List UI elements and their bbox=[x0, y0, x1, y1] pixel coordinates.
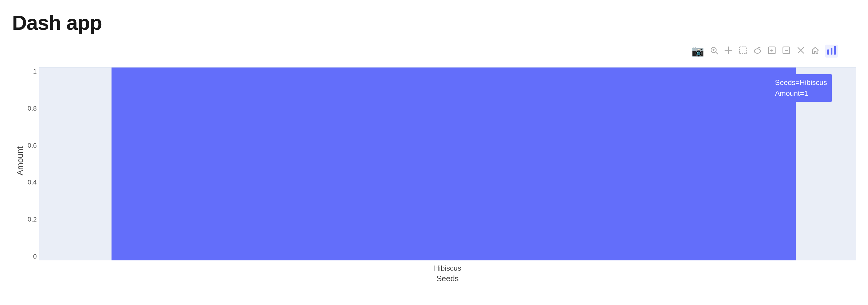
svg-rect-15 bbox=[827, 50, 829, 55]
svg-line-1 bbox=[716, 52, 718, 54]
svg-rect-6 bbox=[740, 47, 747, 54]
y-tick-0.8: 0.8 bbox=[24, 104, 39, 113]
zoom-icon[interactable] bbox=[710, 46, 718, 56]
svg-rect-17 bbox=[834, 46, 836, 54]
x-tick-hibiscus: Hibiscus bbox=[434, 264, 461, 272]
camera-icon[interactable]: 📷 bbox=[691, 46, 704, 56]
chart-inner: Seeds=Hibiscus Amount=1 bbox=[39, 67, 856, 261]
zoom-out-icon[interactable] bbox=[782, 46, 791, 56]
home-icon[interactable] bbox=[811, 46, 820, 56]
y-ticks: 0 0.2 0.4 0.6 0.8 1 bbox=[24, 67, 39, 261]
app-title: Dash app bbox=[0, 0, 868, 40]
svg-rect-16 bbox=[831, 48, 832, 55]
y-axis-label: Amount bbox=[16, 147, 25, 176]
bar-hibiscus[interactable] bbox=[112, 67, 796, 261]
chart-container: 📷 bbox=[12, 40, 856, 287]
y-tick-0.6: 0.6 bbox=[24, 142, 39, 150]
plotly-icon[interactable] bbox=[825, 44, 838, 58]
plus-crosshair-icon[interactable] bbox=[724, 46, 733, 56]
y-tick-0.4: 0.4 bbox=[24, 178, 39, 186]
x-axis-area: Hibiscus Seeds bbox=[39, 261, 856, 284]
lasso-icon[interactable] bbox=[753, 46, 762, 56]
plot-area: Amount 0 0.2 0.4 0.6 0.8 1 bbox=[12, 61, 856, 284]
ghost-bar-left bbox=[39, 67, 112, 261]
x-axis-label: Seeds bbox=[436, 274, 459, 283]
y-tick-0.2: 0.2 bbox=[24, 215, 39, 223]
y-tick-1: 1 bbox=[24, 67, 39, 75]
chart-toolbar: 📷 bbox=[12, 40, 856, 61]
zoom-in-icon[interactable] bbox=[767, 46, 776, 56]
select-box-icon[interactable] bbox=[738, 46, 747, 56]
reset-axes-icon[interactable] bbox=[796, 46, 805, 56]
ghost-bar-right bbox=[796, 67, 856, 261]
y-tick-0: 0 bbox=[24, 252, 39, 261]
svg-point-7 bbox=[754, 49, 761, 53]
app-container: Dash app 📷 bbox=[0, 0, 868, 287]
